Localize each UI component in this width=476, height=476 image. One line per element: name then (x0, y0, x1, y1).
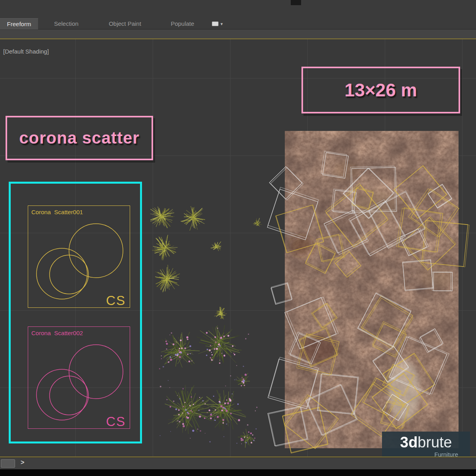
tool-name-label: corona scatter (19, 129, 139, 148)
corona-scatter001-node[interactable]: Corona Scatter001 CS (28, 205, 130, 308)
maxscript-mini-listener[interactable] (1, 459, 15, 468)
tool-annotation-box: corona scatter (6, 116, 153, 160)
watermark-brand: 3dbrute (382, 433, 470, 451)
status-bar: > (0, 457, 476, 469)
tab-populate[interactable]: Populate (163, 18, 202, 29)
watermark-brand-suffix: brute (418, 434, 452, 451)
watermark-brand-prefix: 3d (400, 434, 418, 451)
viewport-shading-label[interactable]: [Default Shading] (3, 48, 49, 55)
scatter002-cs-badge: CS (106, 414, 126, 429)
listener-prompt: > (21, 459, 24, 466)
tab-selection[interactable]: Selection (46, 18, 86, 29)
window-fragment (291, 0, 301, 5)
panel-icon (212, 21, 219, 26)
ribbon-bar: Freeform Selection Object Paint Populate… (0, 0, 476, 29)
scatter001-cs-badge: CS (106, 293, 126, 308)
corona-scatter002-node[interactable]: Corona Scatter002 CS (28, 326, 130, 429)
dimension-annotation-box: 13×26 m (301, 67, 460, 113)
chevron-down-icon: ▾ (221, 21, 223, 27)
tab-freeform[interactable]: Freeform (0, 18, 38, 29)
scatter002-name-label: Corona Scatter002 (31, 330, 83, 336)
tab-object-paint[interactable]: Object Paint (100, 18, 150, 29)
dimension-label: 13×26 m (345, 79, 417, 101)
ribbon-flyout-button[interactable]: ▾ (212, 18, 235, 29)
ribbon-lower-strip (0, 30, 476, 38)
scatter001-name-label: Corona Scatter001 (31, 209, 83, 215)
timeline-bar (0, 469, 476, 476)
